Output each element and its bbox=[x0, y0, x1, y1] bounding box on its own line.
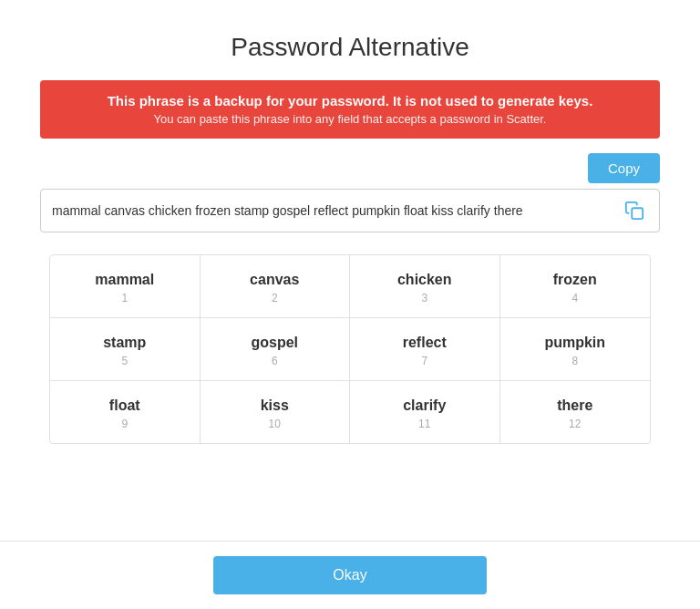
word-cell-2: canvas 2 bbox=[201, 255, 351, 317]
word-number-2: 2 bbox=[210, 292, 341, 304]
word-cell-3: chicken 3 bbox=[350, 255, 500, 317]
alert-box: This phrase is a backup for your passwor… bbox=[40, 80, 660, 139]
word-text-12: there bbox=[510, 397, 642, 414]
word-text-6: gospel bbox=[210, 335, 341, 351]
word-cell-1: mammal 1 bbox=[50, 255, 201, 317]
word-text-10: kiss bbox=[210, 397, 341, 414]
word-cell-7: reflect 7 bbox=[350, 318, 500, 380]
word-row-2: stamp 5 gospel 6 reflect 7 pumpkin 8 bbox=[50, 318, 650, 381]
word-text-11: clarify bbox=[359, 397, 490, 414]
word-number-12: 12 bbox=[510, 418, 642, 430]
phrase-input-row bbox=[40, 189, 660, 232]
word-text-4: frozen bbox=[510, 272, 642, 288]
word-text-5: stamp bbox=[59, 335, 190, 351]
word-number-7: 7 bbox=[359, 355, 490, 367]
word-cell-12: there 12 bbox=[500, 381, 651, 443]
word-text-9: float bbox=[59, 397, 190, 414]
word-cell-5: stamp 5 bbox=[50, 318, 201, 380]
word-cell-11: clarify 11 bbox=[350, 381, 500, 443]
word-text-3: chicken bbox=[359, 272, 490, 288]
word-text-1: mammal bbox=[59, 272, 190, 288]
word-cell-6: gospel 6 bbox=[201, 318, 351, 380]
footer-bar: Okay bbox=[0, 541, 700, 609]
word-number-1: 1 bbox=[59, 292, 190, 304]
word-text-7: reflect bbox=[359, 335, 490, 351]
word-cell-4: frozen 4 bbox=[500, 255, 651, 317]
word-text-2: canvas bbox=[210, 272, 341, 288]
word-row-3: float 9 kiss 10 clarify 11 there 12 bbox=[50, 381, 650, 443]
word-row-1: mammal 1 canvas 2 chicken 3 frozen 4 bbox=[50, 255, 650, 318]
word-cell-10: kiss 10 bbox=[201, 381, 351, 443]
alert-sub-text: You can paste this phrase into any field… bbox=[62, 112, 638, 126]
word-number-3: 3 bbox=[359, 292, 490, 304]
word-number-11: 11 bbox=[359, 418, 490, 430]
page-container: Password Alternative This phrase is a ba… bbox=[0, 0, 700, 609]
word-number-5: 5 bbox=[59, 355, 190, 367]
copy-btn-row: Copy bbox=[40, 153, 660, 183]
svg-rect-0 bbox=[632, 208, 643, 219]
word-number-6: 6 bbox=[210, 355, 341, 367]
word-number-8: 8 bbox=[510, 355, 642, 367]
phrase-input[interactable] bbox=[52, 203, 621, 218]
okay-button[interactable]: Okay bbox=[213, 556, 487, 594]
word-cell-8: pumpkin 8 bbox=[500, 318, 651, 380]
copy-icon-button[interactable] bbox=[621, 199, 648, 222]
page-title: Password Alternative bbox=[231, 33, 468, 62]
word-number-10: 10 bbox=[210, 418, 341, 430]
word-number-4: 4 bbox=[510, 292, 642, 304]
copy-button[interactable]: Copy bbox=[588, 153, 660, 183]
alert-main-text: This phrase is a backup for your passwor… bbox=[62, 93, 638, 108]
word-grid: mammal 1 canvas 2 chicken 3 frozen 4 sta… bbox=[49, 254, 651, 444]
word-text-8: pumpkin bbox=[510, 335, 642, 351]
copy-icon bbox=[624, 201, 644, 221]
word-number-9: 9 bbox=[59, 418, 190, 430]
word-cell-9: float 9 bbox=[50, 381, 201, 443]
